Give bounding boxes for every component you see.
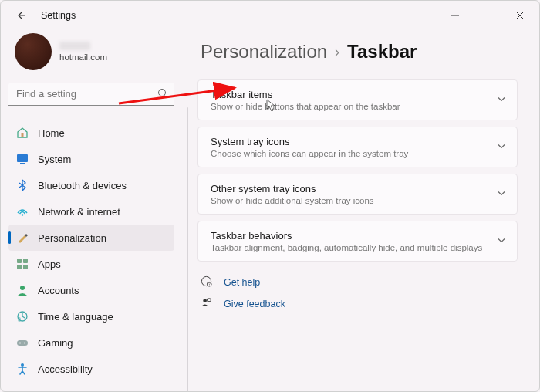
svg-point-9 [22,214,24,216]
breadcrumb-parent[interactable]: Personalization [201,41,327,63]
sidebar-item-label: Accessibility [38,363,93,375]
svg-rect-10 [17,259,22,263]
help-label[interactable]: Get help [224,277,260,288]
svg-point-20 [21,363,24,367]
home-icon [16,127,29,139]
close-button[interactable] [504,4,536,27]
sidebar-item-label: Time & language [38,311,113,323]
search-box[interactable] [8,83,174,106]
card-taskbar-behaviors[interactable]: Taskbar behaviors Taskbar alignment, bad… [197,221,518,262]
svg-point-4 [159,90,166,96]
sidebar-item-label: Bluetooth & devices [38,180,127,191]
card-title: Other system tray icons [211,183,486,194]
maximize-button[interactable] [471,4,504,27]
sidebar-item-apps[interactable]: Apps [8,251,174,277]
breadcrumb: Personalization › Taskbar [201,41,518,63]
svg-point-19 [24,343,25,344]
svg-rect-17 [17,340,28,346]
card-title: Taskbar items [211,89,486,100]
sidebar: hotmail.com Home System Bluetooth & devi… [1,30,182,391]
sidebar-item-bluetooth[interactable]: Bluetooth & devices [8,172,174,198]
sidebar-item-label: Network & internet [38,206,120,218]
chevron-down-icon [497,188,506,200]
minimize-button[interactable] [439,4,471,27]
card-taskbar-items[interactable]: Taskbar items Show or hide buttons that … [197,79,518,120]
apps-icon [16,258,29,270]
svg-rect-6 [22,133,24,137]
svg-point-24 [203,299,207,302]
gaming-icon [16,336,29,349]
svg-rect-7 [17,154,28,162]
card-desc: Show or hide additional system tray icon… [211,196,486,205]
card-desc: Taskbar alignment, badging, automaticall… [211,243,486,252]
svg-point-14 [20,286,25,290]
svg-rect-13 [23,265,28,269]
accessibility-icon [16,363,29,375]
sidebar-item-personalization[interactable]: Personalization [8,225,174,251]
sidebar-item-label: Home [38,127,65,139]
sidebar-item-accessibility[interactable]: Accessibility [8,356,174,382]
give-feedback-link[interactable]: Give feedback [201,297,518,311]
chevron-down-icon [497,94,506,106]
search-icon [157,88,168,101]
svg-text:?: ? [208,282,211,286]
svg-line-5 [165,96,168,99]
sidebar-item-label: Apps [38,259,61,270]
back-button[interactable] [10,5,32,26]
card-other-tray[interactable]: Other system tray icons Show or hide add… [197,174,518,215]
sidebar-item-system[interactable]: System [8,146,174,172]
feedback-label[interactable]: Give feedback [224,299,285,309]
svg-point-16 [18,317,21,322]
personalization-icon [16,231,29,244]
main-content: Personalization › Taskbar Taskbar items … [182,30,539,391]
time-icon [16,310,29,323]
account-name-redacted [59,42,90,50]
scrollbar[interactable] [187,107,188,391]
card-title: Taskbar behaviors [211,230,486,242]
search-input[interactable] [8,83,174,106]
card-system-tray[interactable]: System tray icons Choose which icons can… [197,127,518,167]
network-icon [16,205,29,218]
chevron-right-icon: › [335,44,339,60]
svg-point-18 [19,343,21,344]
sidebar-item-label: System [38,154,71,165]
system-icon [16,153,29,165]
card-desc: Show or hide buttons that appear on the … [211,102,486,111]
window-title: Settings [41,10,76,21]
account-email: hotmail.com [59,52,107,62]
card-title: System tray icons [211,136,486,147]
help-icon: ? [201,275,213,289]
get-help-link[interactable]: ? Get help [201,275,518,289]
chevron-down-icon [497,235,506,247]
sidebar-item-gaming[interactable]: Gaming [8,329,174,356]
sidebar-item-home[interactable]: Home [8,120,174,146]
bluetooth-icon [16,179,29,191]
breadcrumb-current: Taskbar [347,41,417,63]
avatar [15,33,52,70]
svg-rect-12 [17,265,22,269]
sidebar-item-label: Gaming [38,337,73,349]
svg-rect-11 [23,259,28,263]
svg-rect-25 [207,299,211,302]
titlebar: Settings [1,1,539,30]
sidebar-item-accounts[interactable]: Accounts [8,277,174,303]
card-desc: Choose which icons can appear in the sys… [211,149,486,158]
sidebar-item-network[interactable]: Network & internet [8,198,174,225]
sidebar-item-label: Accounts [38,285,79,296]
sidebar-item-label: Personalization [38,232,106,244]
accounts-icon [16,284,29,296]
account-block[interactable]: hotmail.com [8,30,174,73]
feedback-icon [201,297,213,311]
sidebar-item-time[interactable]: Time & language [8,303,174,329]
svg-rect-1 [484,12,491,19]
svg-rect-8 [20,163,25,164]
chevron-down-icon [497,141,506,153]
